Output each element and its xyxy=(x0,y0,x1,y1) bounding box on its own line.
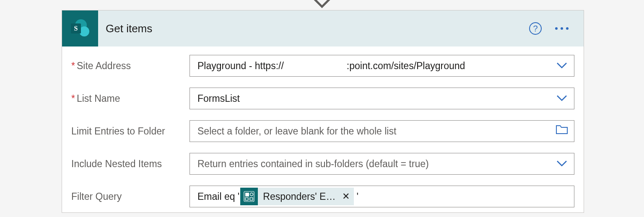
svg-rect-8 xyxy=(250,198,253,200)
label-filter-query: Filter Query xyxy=(71,191,190,202)
card-body: * Site Address Playground - https:// :po… xyxy=(62,46,584,212)
required-marker: * xyxy=(71,60,75,72)
sharepoint-icon: S xyxy=(62,10,98,46)
action-card: S Get items ? * Site Address Playground … xyxy=(62,10,584,213)
more-menu-button[interactable] xyxy=(553,24,570,33)
site-address-value-left: Playground - https:// xyxy=(197,60,284,72)
label-include-nested: Include Nested Items xyxy=(71,158,190,170)
field-filter-query: Filter Query Email eq ' xyxy=(71,186,574,207)
chevron-down-icon xyxy=(556,93,567,104)
field-include-nested: Include Nested Items Return entries cont… xyxy=(71,153,574,175)
dynamic-content-token[interactable]: Responders' E… ✕ xyxy=(240,188,354,205)
include-nested-dropdown[interactable]: Return entries contained in sub-folders … xyxy=(190,153,574,175)
list-name-value: FormsList xyxy=(197,93,240,104)
field-site-address: * Site Address Playground - https:// :po… xyxy=(71,55,574,77)
label-list-name: * List Name xyxy=(71,93,190,104)
filter-query-suffix: ' xyxy=(356,191,358,202)
help-button[interactable]: ? xyxy=(529,22,542,35)
card-header[interactable]: S Get items ? xyxy=(62,10,584,46)
site-address-dropdown[interactable]: Playground - https:// :point.com/sites/P… xyxy=(190,55,574,77)
forms-icon xyxy=(240,188,258,205)
flow-arrow-icon xyxy=(313,0,331,11)
folder-icon[interactable] xyxy=(556,125,568,137)
label-limit-entries: Limit Entries to Folder xyxy=(71,126,190,137)
svg-rect-5 xyxy=(245,193,249,196)
limit-entries-placeholder: Select a folder, or leave blank for the … xyxy=(197,126,396,137)
card-title: Get items xyxy=(98,10,529,46)
site-address-value-right: :point.com/sites/Playground xyxy=(347,60,465,72)
label-site-address: * Site Address xyxy=(71,60,190,72)
label-text: Include Nested Items xyxy=(71,158,162,170)
svg-rect-7 xyxy=(245,198,248,200)
include-nested-placeholder: Return entries contained in sub-folders … xyxy=(197,158,429,170)
token-label: Responders' E… xyxy=(263,191,335,202)
svg-text:S: S xyxy=(74,25,78,32)
label-text: Site Address xyxy=(77,60,131,72)
field-list-name: * List Name FormsList xyxy=(71,88,574,109)
label-text: Limit Entries to Folder xyxy=(71,126,165,137)
label-text: List Name xyxy=(77,93,120,104)
svg-point-6 xyxy=(250,193,253,196)
required-marker: * xyxy=(71,93,75,104)
limit-entries-picker[interactable]: Select a folder, or leave blank for the … xyxy=(190,120,574,142)
chevron-down-icon xyxy=(556,158,567,170)
field-limit-entries: Limit Entries to Folder Select a folder,… xyxy=(71,120,574,142)
chevron-down-icon xyxy=(556,60,567,72)
label-text: Filter Query xyxy=(71,191,122,202)
remove-token-button[interactable]: ✕ xyxy=(342,191,350,202)
list-name-dropdown[interactable]: FormsList xyxy=(190,88,574,109)
filter-query-input[interactable]: Email eq ' Responders' E… xyxy=(190,186,574,207)
filter-query-prefix: Email eq ' xyxy=(197,191,239,202)
